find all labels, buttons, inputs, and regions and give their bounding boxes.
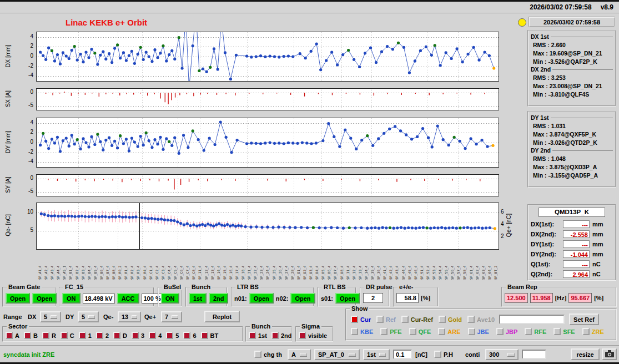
sector-checkbox-2[interactable]: 2 <box>96 332 109 339</box>
show-checkbox-jbe[interactable]: JBE <box>468 328 489 335</box>
sector-checkbox-b[interactable]: B <box>24 332 38 339</box>
range-label: Range <box>3 314 22 320</box>
show-checkbox-are[interactable]: ARE <box>438 328 460 335</box>
sector-checkbox-6[interactable]: 6 <box>183 332 196 339</box>
sector-checkbox-1[interactable]: 1 <box>79 332 92 339</box>
show-checkbox-gold[interactable]: Gold <box>439 316 462 323</box>
show-checkbox-ref[interactable]: Ref <box>376 316 396 323</box>
ph-checkbox[interactable]: P.H <box>434 351 453 358</box>
stat-group-title: DY 2nd <box>531 147 551 154</box>
range-dx-dropdown[interactable]: 5 <box>40 311 61 322</box>
bpm-label: SP_52_4 <box>426 266 430 280</box>
show-checkbox-pfe[interactable]: PFE <box>380 328 401 335</box>
qmd-row: DY(2nd):-1.044mm <box>531 249 613 259</box>
checkbox-indicator <box>149 332 156 339</box>
checkbox-indicator <box>439 316 446 323</box>
bunch-checkbox-2nd[interactable]: 2nd <box>271 332 292 339</box>
monitor-select-dropdown[interactable]: SP_AT_0 <box>314 349 360 360</box>
sector-checkbox-c[interactable]: C <box>61 332 74 339</box>
beam-gate-group: Beam Gate Open Open <box>2 287 56 307</box>
show-checkbox-qfe[interactable]: QFE <box>409 328 431 335</box>
beam-gate-open-button-2[interactable]: Open <box>32 293 57 304</box>
bpm-label: SP_D3_4 <box>309 266 313 280</box>
topbar: 2026/03/02 07:59:58 v8.9 <box>0 0 619 13</box>
stat-max: Max : 23.008@SP_DN_21 <box>533 83 613 89</box>
stat-rms: RMS : 3.253 <box>533 74 613 81</box>
sector-checkbox-r[interactable]: R <box>42 332 56 339</box>
dx-plot-canvas[interactable] <box>37 32 499 81</box>
show-checkbox-cur-ref[interactable]: Cur-Ref <box>401 316 433 323</box>
checkbox-indicator <box>132 332 139 339</box>
range-qe-minus-dropdown[interactable]: 13 <box>118 311 141 322</box>
fc15-acc-button[interactable]: ACC <box>117 293 139 304</box>
bunch-1st-button[interactable]: 1st <box>189 293 207 304</box>
sector-checkbox-bt[interactable]: BT <box>201 332 219 339</box>
qmd-row-value: --- <box>563 240 590 248</box>
ref-entry-field[interactable] <box>499 315 565 324</box>
sx-plot-canvas[interactable] <box>37 89 499 110</box>
stat-group-title: DY 1st <box>531 114 549 121</box>
ltr-n01-open-button[interactable]: Open <box>249 293 274 304</box>
bpm-label: SP_R1_4 <box>124 266 128 280</box>
show-checkbox-zre[interactable]: ZRE <box>582 328 604 335</box>
sector-checkbox-3[interactable]: 3 <box>132 332 144 339</box>
y-tick-label: -5 <box>28 102 33 108</box>
bunch-select-dropdown[interactable]: 1st <box>363 349 390 360</box>
interval-dropdown[interactable]: 300 <box>485 349 519 360</box>
bpm-label: SP_C5_4 <box>173 266 177 280</box>
show-checkbox-jbp[interactable]: JBP <box>496 328 517 335</box>
threshold-field[interactable] <box>393 350 412 359</box>
set-ref-button[interactable]: Set Ref <box>569 314 599 325</box>
rtl-s01-open-button[interactable]: Open <box>335 293 360 304</box>
show-checkbox-rfe[interactable]: RFE <box>525 328 546 335</box>
show-checkbox-ave10[interactable]: Ave10 <box>467 316 495 323</box>
sector-checkbox-a[interactable]: A <box>6 332 19 339</box>
dy-y-axis-ticks: 420-2-4 <box>17 118 34 166</box>
sector-checkbox-d[interactable]: D <box>113 332 127 339</box>
dy-axis-label: DY [mm] <box>4 131 11 154</box>
sector-title: Sector <box>7 323 29 330</box>
busel-on-button[interactable]: ON <box>161 293 179 304</box>
sector-checkbox-5[interactable]: 5 <box>166 332 179 339</box>
sector-select-dropdown[interactable]: A <box>288 349 311 360</box>
qe-plot-canvas[interactable] <box>37 203 499 249</box>
snapshot-button[interactable] <box>602 348 617 360</box>
sigma-checkbox-visible[interactable]: visible <box>299 332 327 339</box>
bunch-checkbox-1st[interactable]: 1st <box>249 332 267 339</box>
bpm-label: SP_44_4 <box>401 266 405 280</box>
range-dy-dropdown[interactable]: 5 <box>78 311 99 322</box>
range-qe-plus-dropdown[interactable]: 7 <box>161 311 182 322</box>
qmd-row-unit: mm <box>592 221 603 228</box>
chg-th-checkbox[interactable]: chg th <box>254 351 282 358</box>
sy-axis-label: SY [A] <box>4 176 11 193</box>
checkbox-indicator <box>24 332 31 339</box>
busel-group: BuSel ON <box>158 287 182 307</box>
fc15-on-button[interactable]: ON <box>62 293 80 304</box>
bunch-2nd-button[interactable]: 2nd <box>209 293 229 304</box>
ltr-n02-open-button[interactable]: Open <box>290 293 315 304</box>
replot-button[interactable]: Replot <box>204 311 240 322</box>
eplus-eminus-unit: [%] <box>421 295 430 301</box>
bunch-checkbox-title: Bunch <box>250 323 272 330</box>
dy-plot-canvas[interactable] <box>37 118 499 167</box>
checkbox-label: C <box>70 332 74 339</box>
show-checkbox-kbe[interactable]: KBE <box>351 328 373 335</box>
bpm-label: SP_13_4 <box>210 266 214 280</box>
checkbox-indicator <box>351 316 358 323</box>
sector-checkbox-4[interactable]: 4 <box>149 332 162 339</box>
show-checkbox-cur[interactable]: Cur <box>351 316 371 323</box>
show-checkbox-sfe[interactable]: SFE <box>553 328 575 335</box>
beam-gate-open-button-1[interactable]: Open <box>6 293 30 304</box>
ph-label: P.H <box>444 351 453 358</box>
checkbox-indicator <box>201 332 208 339</box>
blank-entry-field[interactable] <box>522 350 546 359</box>
qe-axis-label: Qe- [nC] <box>4 214 11 236</box>
checkbox-indicator <box>409 328 416 335</box>
fc15-title: FC_15 <box>63 284 85 290</box>
stat-max: Max : 3.875@QXD3P_A <box>533 164 613 170</box>
camera-icon <box>605 352 614 358</box>
sy-plot-canvas[interactable] <box>37 175 499 196</box>
qmd-row-label: Q(1st): <box>531 261 563 267</box>
bpm-label: SP_B6_4 <box>99 266 103 280</box>
resize-button[interactable]: resize <box>571 348 600 360</box>
